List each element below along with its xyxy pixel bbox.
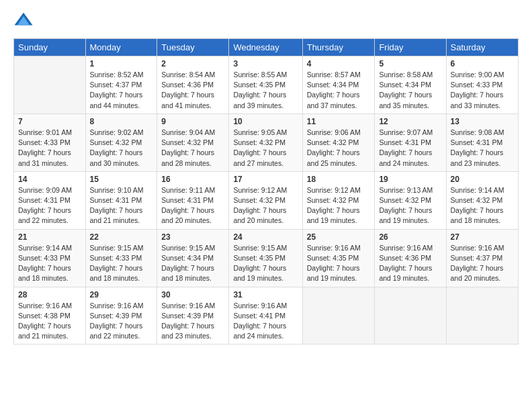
cell-info: Sunrise: 9:14 AMSunset: 4:33 PMDaylight:… [18, 243, 81, 284]
cell-info: Sunrise: 9:12 AMSunset: 4:32 PMDaylight:… [233, 185, 298, 226]
day-number: 29 [90, 290, 153, 300]
calendar-table: SundayMondayTuesdayWednesdayThursdayFrid… [13, 38, 519, 345]
cell-info: Sunrise: 9:16 AMSunset: 4:36 PMDaylight:… [379, 243, 441, 284]
logo [13, 10, 36, 30]
cell-info: Sunrise: 9:16 AMSunset: 4:35 PMDaylight:… [307, 243, 371, 284]
calendar-cell: 18Sunrise: 9:12 AMSunset: 4:32 PMDayligh… [302, 171, 375, 229]
day-number: 6 [451, 59, 515, 68]
cell-info: Sunrise: 9:02 AMSunset: 4:32 PMDaylight:… [90, 128, 153, 169]
cell-info: Sunrise: 9:16 AMSunset: 4:38 PMDaylight:… [18, 301, 81, 342]
cell-info: Sunrise: 9:16 AMSunset: 4:39 PMDaylight:… [90, 301, 153, 342]
day-header-monday: Monday [85, 39, 157, 56]
day-number: 28 [18, 290, 81, 300]
calendar-cell [375, 287, 446, 345]
calendar-cell: 28Sunrise: 9:16 AMSunset: 4:38 PMDayligh… [14, 287, 86, 345]
calendar-cell: 31Sunrise: 9:16 AMSunset: 4:41 PMDayligh… [229, 287, 302, 345]
calendar-cell: 24Sunrise: 9:15 AMSunset: 4:35 PMDayligh… [229, 229, 302, 287]
calendar-cell: 5Sunrise: 8:58 AMSunset: 4:34 PMDaylight… [375, 56, 446, 114]
logo-icon [13, 10, 34, 30]
week-row-3: 14Sunrise: 9:09 AMSunset: 4:31 PMDayligh… [14, 171, 519, 229]
calendar-cell: 20Sunrise: 9:14 AMSunset: 4:32 PMDayligh… [446, 171, 519, 229]
cell-info: Sunrise: 9:05 AMSunset: 4:32 PMDaylight:… [233, 128, 298, 169]
day-number: 16 [161, 175, 224, 184]
calendar-cell: 15Sunrise: 9:10 AMSunset: 4:31 PMDayligh… [85, 171, 157, 229]
day-number: 10 [233, 117, 298, 126]
day-number: 14 [18, 175, 81, 184]
cell-info: Sunrise: 9:13 AMSunset: 4:32 PMDaylight:… [379, 185, 441, 226]
calendar-cell: 11Sunrise: 9:06 AMSunset: 4:32 PMDayligh… [302, 113, 375, 171]
day-number: 20 [451, 175, 515, 184]
day-header-friday: Friday [375, 39, 446, 56]
header [13, 10, 519, 30]
calendar-cell [446, 287, 519, 345]
day-number: 18 [307, 175, 371, 184]
day-header-saturday: Saturday [446, 39, 519, 56]
week-row-5: 28Sunrise: 9:16 AMSunset: 4:38 PMDayligh… [14, 287, 519, 345]
day-number: 22 [90, 232, 153, 242]
calendar-cell: 30Sunrise: 9:16 AMSunset: 4:39 PMDayligh… [157, 287, 229, 345]
day-number: 1 [90, 59, 153, 68]
day-number: 31 [233, 290, 298, 300]
calendar-cell [302, 287, 375, 345]
day-number: 7 [18, 117, 81, 126]
calendar-cell: 21Sunrise: 9:14 AMSunset: 4:33 PMDayligh… [14, 229, 86, 287]
day-number: 8 [90, 117, 153, 126]
calendar-cell: 14Sunrise: 9:09 AMSunset: 4:31 PMDayligh… [14, 171, 86, 229]
cell-info: Sunrise: 9:08 AMSunset: 4:31 PMDaylight:… [451, 128, 515, 169]
cell-info: Sunrise: 9:00 AMSunset: 4:33 PMDaylight:… [451, 70, 515, 111]
day-number: 13 [451, 117, 515, 126]
day-number: 4 [307, 59, 371, 68]
calendar-cell: 25Sunrise: 9:16 AMSunset: 4:35 PMDayligh… [302, 229, 375, 287]
cell-info: Sunrise: 9:16 AMSunset: 4:37 PMDaylight:… [451, 243, 515, 284]
calendar-cell: 7Sunrise: 9:01 AMSunset: 4:33 PMDaylight… [14, 113, 86, 171]
calendar-cell: 12Sunrise: 9:07 AMSunset: 4:31 PMDayligh… [375, 113, 446, 171]
day-number: 2 [161, 59, 224, 68]
calendar-cell: 6Sunrise: 9:00 AMSunset: 4:33 PMDaylight… [446, 56, 519, 114]
cell-info: Sunrise: 9:16 AMSunset: 4:39 PMDaylight:… [161, 301, 224, 342]
day-header-tuesday: Tuesday [157, 39, 229, 56]
calendar-cell: 4Sunrise: 8:57 AMSunset: 4:34 PMDaylight… [302, 56, 375, 114]
day-number: 30 [161, 290, 224, 300]
cell-info: Sunrise: 8:55 AMSunset: 4:35 PMDaylight:… [233, 70, 298, 111]
day-header-sunday: Sunday [14, 39, 86, 56]
calendar-cell: 10Sunrise: 9:05 AMSunset: 4:32 PMDayligh… [229, 113, 302, 171]
day-number: 23 [161, 232, 224, 242]
week-row-4: 21Sunrise: 9:14 AMSunset: 4:33 PMDayligh… [14, 229, 519, 287]
cell-info: Sunrise: 9:12 AMSunset: 4:32 PMDaylight:… [307, 185, 371, 226]
cell-info: Sunrise: 8:52 AMSunset: 4:37 PMDaylight:… [90, 70, 153, 111]
cell-info: Sunrise: 9:15 AMSunset: 4:35 PMDaylight:… [233, 243, 298, 284]
cell-info: Sunrise: 9:14 AMSunset: 4:32 PMDaylight:… [451, 185, 515, 226]
cell-info: Sunrise: 9:06 AMSunset: 4:32 PMDaylight:… [307, 128, 371, 169]
calendar-cell: 16Sunrise: 9:11 AMSunset: 4:31 PMDayligh… [157, 171, 229, 229]
cell-info: Sunrise: 9:11 AMSunset: 4:31 PMDaylight:… [161, 185, 224, 226]
day-number: 15 [90, 175, 153, 184]
calendar-cell: 13Sunrise: 9:08 AMSunset: 4:31 PMDayligh… [446, 113, 519, 171]
calendar-cell: 1Sunrise: 8:52 AMSunset: 4:37 PMDaylight… [85, 56, 157, 114]
calendar-cell: 22Sunrise: 9:15 AMSunset: 4:33 PMDayligh… [85, 229, 157, 287]
cell-info: Sunrise: 9:09 AMSunset: 4:31 PMDaylight:… [18, 185, 81, 226]
cell-info: Sunrise: 9:01 AMSunset: 4:33 PMDaylight:… [18, 128, 81, 169]
calendar-cell: 29Sunrise: 9:16 AMSunset: 4:39 PMDayligh… [85, 287, 157, 345]
calendar-cell: 27Sunrise: 9:16 AMSunset: 4:37 PMDayligh… [446, 229, 519, 287]
day-number: 12 [379, 117, 441, 126]
calendar-cell: 23Sunrise: 9:15 AMSunset: 4:34 PMDayligh… [157, 229, 229, 287]
calendar-cell: 8Sunrise: 9:02 AMSunset: 4:32 PMDaylight… [85, 113, 157, 171]
day-number: 19 [379, 175, 441, 184]
cell-info: Sunrise: 9:07 AMSunset: 4:31 PMDaylight:… [379, 128, 441, 169]
calendar-cell: 26Sunrise: 9:16 AMSunset: 4:36 PMDayligh… [375, 229, 446, 287]
week-row-2: 7Sunrise: 9:01 AMSunset: 4:33 PMDaylight… [14, 113, 519, 171]
day-number: 3 [233, 59, 298, 68]
calendar-cell: 17Sunrise: 9:12 AMSunset: 4:32 PMDayligh… [229, 171, 302, 229]
calendar-cell: 9Sunrise: 9:04 AMSunset: 4:32 PMDaylight… [157, 113, 229, 171]
header-row: SundayMondayTuesdayWednesdayThursdayFrid… [14, 39, 519, 56]
day-number: 27 [451, 232, 515, 242]
day-number: 11 [307, 117, 371, 126]
day-number: 21 [18, 232, 81, 242]
cell-info: Sunrise: 8:54 AMSunset: 4:36 PMDaylight:… [161, 70, 224, 111]
day-header-wednesday: Wednesday [229, 39, 302, 56]
cell-info: Sunrise: 9:15 AMSunset: 4:34 PMDaylight:… [161, 243, 224, 284]
day-number: 9 [161, 117, 224, 126]
week-row-1: 1Sunrise: 8:52 AMSunset: 4:37 PMDaylight… [14, 56, 519, 114]
calendar-cell: 2Sunrise: 8:54 AMSunset: 4:36 PMDaylight… [157, 56, 229, 114]
cell-info: Sunrise: 9:16 AMSunset: 4:41 PMDaylight:… [233, 301, 298, 342]
